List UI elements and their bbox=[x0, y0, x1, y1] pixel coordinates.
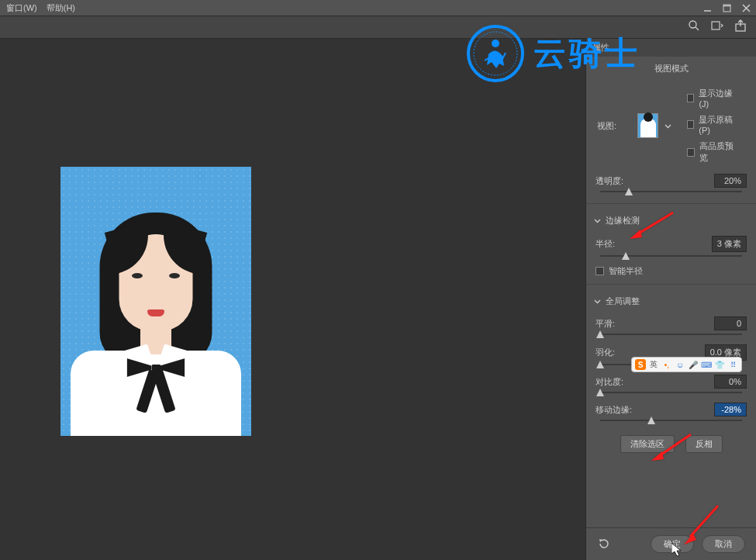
clear-selection-button[interactable]: 清除选区 bbox=[620, 435, 675, 453]
smart-radius-checkbox[interactable]: 智能半径 bbox=[586, 263, 756, 279]
close-button[interactable] bbox=[737, 0, 756, 16]
shift-edge-value[interactable]: -28% bbox=[714, 403, 747, 417]
svg-rect-7 bbox=[712, 22, 720, 29]
contrast-label: 对比度: bbox=[595, 376, 630, 388]
opacity-slider[interactable] bbox=[586, 191, 756, 199]
view-mode-title: 视图模式 bbox=[586, 57, 756, 81]
view-mode-icon[interactable] bbox=[711, 19, 723, 35]
svg-marker-14 bbox=[647, 417, 655, 424]
edge-detect-title: 边缘检测 bbox=[606, 215, 640, 226]
svg-marker-9 bbox=[625, 188, 633, 195]
ime-keyboard-icon[interactable]: ⌨ bbox=[701, 359, 712, 370]
svg-line-6 bbox=[696, 27, 699, 30]
svg-marker-12 bbox=[596, 361, 604, 368]
feather-label: 羽化: bbox=[595, 347, 630, 358]
ime-toolbox-icon[interactable]: ⠿ bbox=[727, 359, 738, 370]
search-icon[interactable] bbox=[688, 19, 700, 35]
menu-help[interactable]: 帮助(H) bbox=[47, 2, 75, 14]
maximize-button[interactable] bbox=[717, 0, 737, 16]
view-thumbnail[interactable] bbox=[637, 113, 658, 138]
svg-point-5 bbox=[689, 21, 696, 28]
smart-radius-label: 智能半径 bbox=[609, 265, 643, 277]
radius-label: 半径: bbox=[595, 238, 630, 250]
share-icon[interactable] bbox=[734, 19, 747, 35]
svg-marker-25 bbox=[671, 543, 681, 556]
svg-marker-11 bbox=[596, 330, 604, 338]
show-edges-label: 显示边缘 (J) bbox=[699, 88, 736, 109]
reset-icon[interactable] bbox=[597, 537, 611, 552]
view-label: 视图: bbox=[597, 120, 631, 132]
svg-marker-13 bbox=[596, 389, 604, 396]
ime-mic-icon[interactable]: 🎤 bbox=[688, 359, 699, 370]
invert-button[interactable]: 反相 bbox=[685, 435, 723, 453]
show-original-label: 显示原稿 (P) bbox=[699, 114, 736, 135]
cursor-icon bbox=[671, 543, 682, 557]
panel-header: 属性 bbox=[586, 39, 756, 57]
smooth-label: 平滑: bbox=[595, 318, 630, 330]
ime-punct-icon[interactable]: •, bbox=[661, 359, 672, 370]
ime-emoji-icon[interactable]: ☺ bbox=[675, 359, 685, 370]
properties-panel: 属性 视图模式 视图: 显示边缘 (J) 显示原稿 (P) 高品质预览 透明度:… bbox=[585, 39, 756, 560]
cancel-button[interactable]: 取消 bbox=[702, 535, 745, 553]
global-adjust-section[interactable]: 全局调整 bbox=[586, 289, 756, 313]
shift-edge-label: 移动边缘: bbox=[595, 404, 632, 416]
svg-marker-10 bbox=[622, 252, 630, 260]
radius-value[interactable]: 3 像素 bbox=[712, 236, 747, 252]
show-edges-checkbox[interactable]: 显示边缘 (J) bbox=[678, 85, 745, 111]
show-original-checkbox[interactable]: 显示原稿 (P) bbox=[678, 112, 745, 137]
smooth-slider[interactable] bbox=[586, 334, 756, 341]
ime-lang[interactable]: 英 bbox=[648, 359, 659, 370]
minimize-button[interactable] bbox=[698, 0, 717, 16]
opacity-value[interactable]: 20% bbox=[714, 174, 747, 188]
contrast-value[interactable]: 0% bbox=[714, 375, 747, 389]
ime-toolbar[interactable]: S 英 •, ☺ 🎤 ⌨ 👕 ⠿ bbox=[631, 357, 742, 372]
canvas[interactable] bbox=[0, 39, 585, 560]
hq-preview-checkbox[interactable]: 高品质预览 bbox=[678, 138, 745, 166]
menu-window[interactable]: 窗口(W) bbox=[6, 2, 37, 14]
chevron-down-icon[interactable] bbox=[665, 123, 671, 130]
radius-slider[interactable] bbox=[586, 255, 756, 263]
opacity-label: 透明度: bbox=[595, 175, 630, 187]
contrast-slider[interactable] bbox=[586, 392, 756, 399]
hq-preview-label: 高品质预览 bbox=[699, 140, 736, 164]
smooth-value[interactable]: 0 bbox=[714, 316, 747, 330]
ime-brand-icon: S bbox=[635, 359, 646, 370]
shift-edge-slider[interactable] bbox=[586, 420, 756, 427]
global-adjust-title: 全局调整 bbox=[606, 296, 640, 307]
photo bbox=[60, 167, 251, 436]
ime-skin-icon[interactable]: 👕 bbox=[714, 359, 725, 370]
edge-detect-section[interactable]: 边缘检测 bbox=[586, 209, 756, 233]
